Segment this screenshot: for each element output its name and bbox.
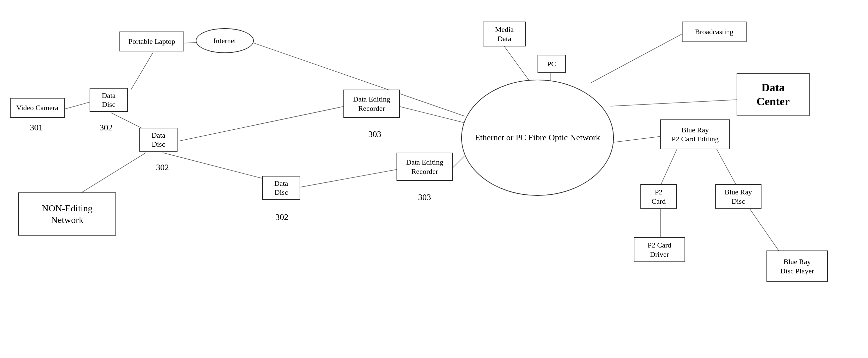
svg-line-0 (63, 101, 93, 109)
svg-line-14 (591, 33, 684, 83)
svg-line-13 (611, 100, 740, 106)
label-302-mid: 302 (156, 163, 169, 172)
svg-line-9 (451, 156, 465, 169)
data-disc-3-node: DataDisc (262, 176, 300, 200)
svg-line-2 (131, 53, 153, 90)
blue-ray-disc-player-node: Blue RayDisc Player (767, 251, 828, 282)
portable-laptop-node: Portable Laptop (119, 32, 184, 52)
media-data-node: MediaData (483, 22, 526, 46)
data-disc-2-node: DataDisc (140, 128, 178, 152)
svg-line-18 (717, 149, 737, 186)
svg-line-11 (504, 46, 531, 83)
blue-ray-disc-node: Blue RayDisc (715, 184, 762, 209)
p2-card-node: P2Card (640, 184, 677, 209)
svg-line-8 (398, 106, 465, 123)
label-303-top: 303 (368, 129, 381, 139)
label-302-bot: 302 (275, 213, 288, 222)
network-diagram: Video Camera 301 DataDisc 302 DataDisc 3… (0, 0, 868, 358)
non-editing-network-node: NON-EditingNetwork (18, 192, 116, 235)
data-center-node: DataCenter (737, 73, 810, 116)
svg-line-5 (76, 153, 146, 196)
internet-node: Internet (196, 28, 254, 53)
svg-line-7 (299, 169, 398, 188)
broadcasting-node: Broadcasting (682, 22, 747, 42)
svg-line-16 (660, 149, 677, 186)
data-editing-recorder-2-node: Data EditingRecorder (397, 153, 453, 181)
label-302-top: 302 (99, 123, 113, 133)
ethernet-network-node: Ethernet or PC Fibre Optic Network (461, 79, 614, 196)
svg-line-19 (750, 209, 780, 252)
svg-line-15 (611, 136, 663, 143)
label-301: 301 (30, 123, 43, 133)
label-303-bot: 303 (418, 192, 431, 202)
blue-ray-p2-node: Blue RayP2 Card Editing (660, 120, 730, 149)
svg-line-6 (179, 106, 345, 141)
svg-line-4 (163, 153, 266, 179)
data-editing-recorder-1-node: Data EditingRecorder (343, 90, 400, 118)
p2-card-driver-node: P2 CardDriver (634, 237, 685, 262)
video-camera-node: Video Camera (10, 98, 65, 118)
pc-node: PC (537, 55, 566, 73)
data-disc-1-node: DataDisc (90, 88, 128, 112)
svg-line-1 (111, 113, 144, 129)
